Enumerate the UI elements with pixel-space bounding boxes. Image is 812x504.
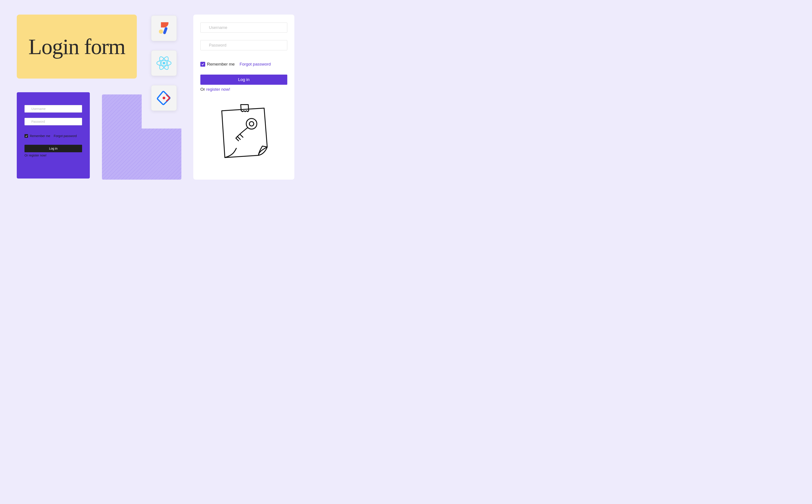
svg-rect-3 bbox=[163, 27, 168, 34]
svg-point-4 bbox=[163, 62, 165, 64]
remember-checkbox[interactable] bbox=[200, 62, 205, 67]
svg-point-8 bbox=[163, 97, 165, 99]
username-input[interactable] bbox=[200, 23, 287, 33]
remember-label: Remember me bbox=[30, 134, 50, 138]
library-icon-stack bbox=[151, 15, 177, 111]
login-button[interactable]: Log in bbox=[24, 145, 82, 152]
register-row: Or register now! bbox=[24, 154, 82, 157]
abstract-shapes-icon bbox=[151, 15, 177, 41]
svg-point-2 bbox=[159, 29, 163, 34]
svg-point-12 bbox=[249, 122, 254, 126]
forgot-password-link[interactable]: Forgot password bbox=[54, 134, 77, 138]
or-prefix: Or bbox=[200, 87, 206, 92]
or-prefix: Or bbox=[24, 154, 29, 157]
register-link[interactable]: register now! bbox=[29, 154, 46, 157]
username-field-wrap bbox=[200, 23, 287, 33]
hero-title-card: Login form bbox=[17, 15, 137, 79]
react-icon bbox=[151, 50, 177, 76]
sticky-note-key-doodle bbox=[200, 103, 287, 160]
username-input[interactable] bbox=[24, 105, 82, 113]
ant-design-icon bbox=[151, 85, 177, 111]
login-card-dark: Remember me Forgot password Log in Or re… bbox=[17, 92, 90, 179]
remember-row: Remember me Forgot password bbox=[24, 134, 82, 138]
page-title: Login form bbox=[28, 34, 125, 59]
forgot-password-link[interactable]: Forgot password bbox=[240, 62, 271, 67]
password-input[interactable] bbox=[24, 118, 82, 125]
register-row: Or register now! bbox=[200, 87, 287, 92]
username-field-wrap bbox=[24, 105, 82, 113]
password-input[interactable] bbox=[200, 40, 287, 50]
login-button[interactable]: Log in bbox=[200, 75, 287, 85]
password-field-wrap bbox=[200, 40, 287, 50]
password-field-wrap bbox=[24, 118, 82, 125]
remember-row: Remember me Forgot password bbox=[200, 62, 287, 67]
remember-label: Remember me bbox=[207, 62, 235, 67]
register-link[interactable]: register now! bbox=[206, 87, 230, 92]
remember-checkbox[interactable] bbox=[24, 134, 28, 138]
login-card-light: Remember me Forgot password Log in Or re… bbox=[193, 15, 294, 180]
